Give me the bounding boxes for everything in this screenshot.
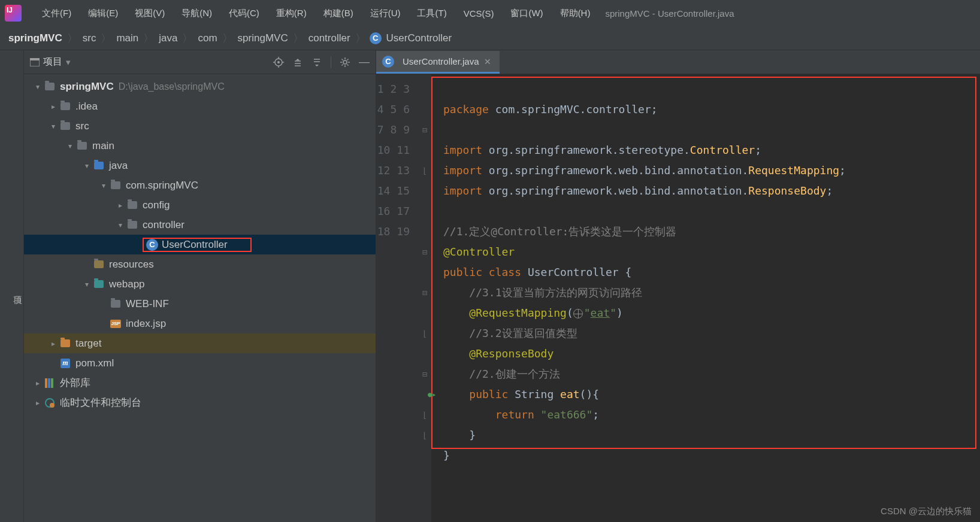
crumb-controller[interactable]: controller [307,31,352,45]
tree-src[interactable]: ▾ src [24,116,376,136]
hide-icon[interactable]: — [359,57,370,68]
crumb-main[interactable]: main [115,31,140,45]
tree-external-libs[interactable]: ▸ 外部库 [24,373,376,393]
menu-file[interactable]: 文件(F) [34,5,80,22]
editor-tabs: C UserController.java ✕ [376,50,980,74]
svg-line-16 [347,59,349,60]
editor-tab-usercontroller[interactable]: C UserController.java ✕ [376,51,500,74]
svg-rect-1 [30,58,40,60]
tree-package[interactable]: ▾ com.springMVC [24,175,376,195]
crumb-com[interactable]: com [196,31,218,45]
tree-webinf[interactable]: WEB-INF [24,294,376,314]
project-tree[interactable]: ▾ springMVC D:\java_base\springMVC ▸ .id… [24,74,376,412]
menu-view[interactable]: 视图(V) [126,5,173,22]
menu-navigate[interactable]: 导航(N) [173,5,220,22]
tree-resources[interactable]: resources [24,254,376,274]
crumb-src[interactable]: src [81,31,98,45]
locate-icon[interactable] [273,57,284,68]
svg-line-13 [342,59,343,60]
editor: C UserController.java ✕ 1 2 3 4 5 6 7 8 … [376,50,980,522]
menu-tools[interactable]: 工具(T) [409,5,455,22]
svg-line-15 [342,64,343,65]
settings-icon[interactable] [340,57,350,68]
menu-window[interactable]: 窗口(W) [502,5,551,22]
svg-point-8 [343,60,347,64]
line-numbers: 1 2 3 4 5 6 7 8 9 10 11 12 13 14 15 16 1… [376,74,418,522]
svg-line-14 [347,64,349,65]
breadcrumb: springMVC〉 src〉 main〉 java〉 com〉 springM… [0,26,980,50]
menu-vcs[interactable]: VCS(S) [455,6,503,21]
menu-bar: 文件(F) 编辑(E) 视图(V) 导航(N) 代码(C) 重构(R) 构建(B… [0,0,980,26]
code-area[interactable]: package com.springMVC.controller; import… [431,74,980,522]
crumb-project[interactable]: springMVC [7,31,63,45]
menu-help[interactable]: 帮助(H) [552,5,599,22]
tree-config[interactable]: ▸ config [24,195,376,215]
close-icon[interactable]: ✕ [484,57,491,66]
tool-window-stripe[interactable]: 项目 [0,50,24,522]
fold-gutter[interactable]: ⊟ ⌊ ⊟ ⊟ ⌊ ⊟ ⌊ ⌊ [418,74,431,522]
svg-point-3 [277,61,280,63]
tree-webapp[interactable]: ▾ webapp [24,274,376,294]
tab-label: UserController.java [403,56,479,66]
class-icon: C [370,32,382,44]
tree-idea[interactable]: ▸ .idea [24,96,376,116]
tree-indexjsp[interactable]: JSP index.jsp [24,314,376,333]
crumb-pkg[interactable]: springMVC [237,31,289,45]
class-icon: C [382,56,394,68]
menu-refactor[interactable]: 重构(R) [268,5,315,22]
tree-target[interactable]: ▸ target [24,333,376,353]
collapse-all-icon[interactable] [311,57,322,68]
tree-controller[interactable]: ▾ controller [24,215,376,235]
tree-pom[interactable]: m pom.xml [24,353,376,373]
tree-usercontroller[interactable]: C UserController [24,235,376,254]
tree-root[interactable]: ▾ springMVC D:\java_base\springMVC [24,77,376,96]
menu-code[interactable]: 代码(C) [220,5,268,22]
menu-run[interactable]: 运行(U) [362,5,409,22]
crumb-class[interactable]: UserController [385,31,453,45]
run-gutter-icon[interactable]: ●▸ [428,384,436,405]
menu-edit[interactable]: 编辑(E) [80,5,126,22]
app-icon [5,5,22,22]
tree-java[interactable]: ▾ java [24,156,376,175]
tree-main[interactable]: ▾ main [24,136,376,156]
project-title: 项目 [43,56,62,68]
class-icon: C [146,239,158,251]
project-header: 项目 ▾ — [24,50,376,74]
tree-scratches[interactable]: ▸ 临时文件和控制台 [24,393,376,412]
project-view-icon [30,58,40,66]
watermark: CSDN @云边的快乐猫 [881,506,972,517]
dropdown-icon[interactable]: ▾ [66,57,71,68]
globe-icon [573,309,583,318]
expand-all-icon[interactable] [292,57,303,68]
menu-build[interactable]: 构建(B) [315,5,362,22]
crumb-java[interactable]: java [158,31,179,45]
project-tool-window: 项目 ▾ — ▾ springMVC D:\java_base\springMV… [24,50,376,522]
